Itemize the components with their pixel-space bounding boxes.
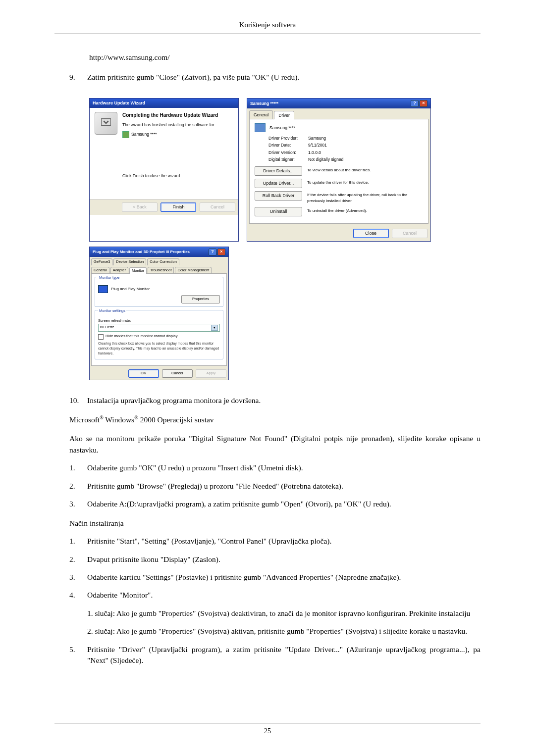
wizard-icon xyxy=(95,112,117,135)
listB-text-1: Dvaput pritisnite ikonu "Display" (Zaslo… xyxy=(87,554,481,565)
rollback-driver-button[interactable]: Roll Back Driver xyxy=(255,191,302,201)
tab-adapter[interactable]: Adapter xyxy=(110,267,128,274)
wizard-finish-button[interactable]: Finish xyxy=(160,202,196,212)
monitor-type-group: Monitor type xyxy=(98,275,120,280)
monitor-properties-window: Plug and Play Monitor and 3D Prophet III… xyxy=(89,247,229,381)
page-header: Korištenje softvera xyxy=(54,0,481,34)
refresh-rate-label: Screen refresh rate: xyxy=(98,318,220,324)
step-10-num: 10. xyxy=(69,395,87,406)
wizard-cancel-button: Cancel xyxy=(200,202,235,212)
version-value: 1.0.0.0 xyxy=(308,150,321,155)
close-icon[interactable]: × xyxy=(420,100,428,107)
listB-sub-3-1: 2. slučaj: Ako je gumb "Properties" (Svo… xyxy=(87,626,481,637)
monitor-ok-button[interactable]: OK xyxy=(128,369,159,378)
date-label: Driver Date: xyxy=(268,142,308,148)
wizard-line1: The wizard has finished installing the s… xyxy=(122,122,218,128)
hide-modes-label: Hide modes that this monitor cannot disp… xyxy=(106,334,178,339)
listB-text-0: Pritisnite "Start", "Setting" (Postavlja… xyxy=(87,536,481,547)
tab-monitor[interactable]: Monitor xyxy=(129,267,147,274)
signer-label: Digital Signer: xyxy=(268,156,308,162)
step-9-text: Zatim pritisnite gumb "Close" (Zatvori),… xyxy=(87,72,481,83)
listA-text-0: Odaberite gumb "OK" (U redu) u prozoru "… xyxy=(87,462,481,473)
help-icon[interactable]: ? xyxy=(411,100,419,107)
listB-num-4: 5. xyxy=(69,644,87,666)
driver-details-button[interactable]: Driver Details... xyxy=(255,166,302,176)
tab-troubleshoot[interactable]: Troubleshoot xyxy=(148,267,174,274)
update-driver-desc: To update the driver for this device. xyxy=(307,179,423,186)
pnp-monitor-label: Plug and Play Monitor xyxy=(111,286,150,292)
signature-paragraph: Ako se na monitoru prikaže poruka "Digit… xyxy=(69,433,481,455)
header-title: Korištenje softvera xyxy=(239,21,296,29)
listB-text-4: Pritisnite "Driver" (Upravljački program… xyxy=(87,644,481,666)
listB-num-1: 2. xyxy=(69,554,87,565)
step-10-text: Instalacija upravljačkog programa monito… xyxy=(87,395,481,406)
driver-titlebar: Samsung ***** xyxy=(250,101,278,106)
monitor-cancel-button[interactable]: Cancel xyxy=(162,369,193,378)
hide-modes-checkbox[interactable] xyxy=(98,334,104,340)
page-footer: 25 xyxy=(54,723,481,736)
signer-value: Not digitally signed xyxy=(308,156,343,162)
page-number: 25 xyxy=(264,727,271,735)
refresh-rate-value: 60 Hertz xyxy=(100,325,114,330)
wizard-device: Samsung **** xyxy=(131,132,157,137)
provider-value: Samsung xyxy=(308,135,326,141)
tab-color-correction[interactable]: Color Correction xyxy=(147,258,179,265)
date-value: 9/11/2001 xyxy=(308,142,327,148)
driver-cancel-button: Cancel xyxy=(392,229,428,238)
listB-num-0: 1. xyxy=(69,536,87,547)
chevron-down-icon[interactable]: ▾ xyxy=(211,325,218,331)
wizard-finish-note: Click Finish to close the wizard. xyxy=(122,171,218,179)
listA-num-1: 2. xyxy=(69,481,87,492)
monitor-titlebar: Plug and Play Monitor and 3D Prophet III… xyxy=(93,249,190,255)
monitor-properties-button[interactable]: Properties xyxy=(181,295,220,303)
version-label: Driver Version: xyxy=(268,150,308,155)
rollback-driver-desc: If the device fails after updating the d… xyxy=(307,191,423,203)
tab-color-management[interactable]: Color Management xyxy=(175,267,212,274)
monitor-icon xyxy=(255,123,266,132)
close-icon[interactable]: × xyxy=(217,249,225,255)
update-driver-button[interactable]: Update Driver... xyxy=(255,179,302,188)
uninstall-button[interactable]: Uninstall xyxy=(255,207,302,216)
provider-label: Driver Provider: xyxy=(268,135,308,141)
driver-properties-window: Samsung ***** ? × General Driver Sam xyxy=(247,98,431,242)
wizard-heading: Completing the Hardware Update Wizard xyxy=(122,112,218,119)
tab-general-mon[interactable]: General xyxy=(91,267,109,274)
hide-modes-note: Clearing this check box allows you to se… xyxy=(98,341,220,356)
driver-close-button[interactable]: Close xyxy=(353,229,389,238)
listA-text-1: Pritisnite gumb "Browse" (Pregledaj) u p… xyxy=(87,481,481,492)
monitor-settings-group: Monitor settings xyxy=(98,308,126,313)
tab-driver[interactable]: Driver xyxy=(274,111,294,119)
refresh-rate-combo[interactable]: 60 Hertz ▾ xyxy=(98,324,220,332)
driver-details-desc: To view details about the driver files. xyxy=(307,166,423,173)
wizard-back-button: < Back xyxy=(122,202,158,212)
help-icon[interactable]: ? xyxy=(209,249,216,255)
hardware-update-wizard-window: Hardware Update Wizard Completing the Ha… xyxy=(89,98,239,242)
listA-num-0: 1. xyxy=(69,462,87,473)
tab-general[interactable]: General xyxy=(249,110,273,119)
step-9-num: 9. xyxy=(69,72,87,83)
tab-geforce[interactable]: GeForce3 xyxy=(91,258,112,265)
install-heading: Način instaliranja xyxy=(69,518,481,529)
listB-num-3: 4. xyxy=(69,590,87,637)
wizard-titlebar: Hardware Update Wizard xyxy=(90,99,238,108)
driver-device: Samsung **** xyxy=(269,125,295,131)
listA-text-2: Odaberite A:(D:\upravljački program), a … xyxy=(87,499,481,509)
listB-sub-3-0: 1. slučaj: Ako je gumb "Properties" (Svo… xyxy=(87,608,481,619)
listB-num-2: 3. xyxy=(69,572,87,583)
uninstall-desc: To uninstall the driver (Advanced). xyxy=(307,207,423,214)
screenshot-block: Hardware Update Wizard Completing the Ha… xyxy=(89,98,431,380)
monitor-apply-button: Apply xyxy=(196,369,226,378)
monitor-icon xyxy=(98,285,108,293)
listB-text-3: Odaberite "Monitor".1. slučaj: Ako je gu… xyxy=(87,590,481,637)
samsung-url: http://www.samsung.com/ xyxy=(89,52,481,63)
os-heading: Microsoft® Windows® 2000 Operacijski sus… xyxy=(69,414,481,426)
device-icon xyxy=(122,131,129,138)
tab-device-selection[interactable]: Device Selection xyxy=(113,258,146,265)
listA-num-2: 3. xyxy=(69,499,87,509)
listB-text-2: Odaberite karticu "Settings" (Postavke) … xyxy=(87,572,481,583)
